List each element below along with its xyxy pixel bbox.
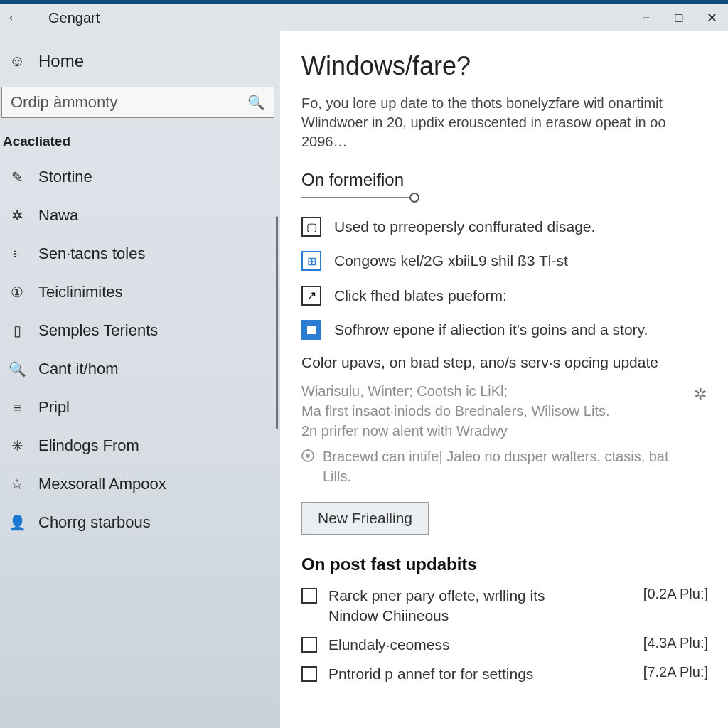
page-title: Windows/fare?	[301, 51, 711, 81]
sidebar-item-chorrg[interactable]: 👤 Chorrg starbous	[0, 503, 280, 542]
search-box[interactable]: 🔍	[1, 87, 274, 118]
sidebar-item-label: Chorrg starbous	[38, 513, 151, 532]
window-title: Gengart	[48, 10, 100, 26]
checkbox-meta: [7.2A Plu:]	[643, 664, 711, 680]
sidebar-home[interactable]: ☺ Home	[0, 51, 280, 87]
checkbox-label: Pntrorid p annef tor for settings	[328, 664, 584, 683]
sidebar-item-label: Pripl	[38, 398, 70, 417]
sub-heading: Color upavs, on bıad step, ano/s serv·s …	[301, 354, 711, 371]
home-icon: ☺	[9, 53, 26, 70]
search-icon: 🔍	[247, 94, 265, 111]
section-heading: On formeifion	[301, 170, 711, 190]
bullet-icon	[301, 449, 314, 462]
asterisk-icon: ✳	[9, 437, 26, 454]
sidebar-item-label: Nawa	[38, 206, 78, 225]
checkbox-row[interactable]: Pntrorid p annef tor for settings [7.2A …	[301, 664, 711, 683]
sidebar-item-semples[interactable]: ▯ Semples Terients	[0, 311, 280, 350]
option-label: Used to prreopersly conffurated disage.	[334, 217, 595, 237]
content-pane: Windows/fare? Fo, you lore up date to th…	[280, 31, 728, 728]
checkbox-icon[interactable]	[301, 666, 317, 682]
wifi-icon: ᯤ	[9, 245, 26, 262]
sidebar-item-cantithom[interactable]: 🔍 Cant it/hom	[0, 350, 280, 388]
info-row-text: Bracewd can intife| Jaleo no dusper walt…	[323, 446, 685, 486]
sidebar-item-label: Elindogs From	[38, 437, 139, 455]
titlebar: ← Gengart − □ ✕	[0, 4, 728, 31]
sidebar: ☺ Home 🔍 Acacliated ✎ Stortine ✲ Nawa ᯤ …	[0, 31, 280, 728]
close-button[interactable]: ✕	[695, 4, 728, 31]
sidebar-item-pripl[interactable]: ≡ Pripl	[0, 388, 280, 427]
minimize-button[interactable]: −	[630, 4, 663, 31]
sidebar-item-label: Sen·tacns toles	[38, 245, 145, 263]
sidebar-item-nawa[interactable]: ✲ Nawa	[0, 196, 280, 235]
checkbox-label: Rarck pner pary oflete, wrlling its Nind…	[328, 586, 584, 625]
info-row: Bracewd can intife| Jaleo no dusper walt…	[301, 446, 685, 486]
square-icon: ▢	[301, 217, 321, 237]
checkbox-meta: [0.2A Plu:]	[643, 586, 711, 602]
sidebar-item-label: Teiclinimites	[38, 283, 123, 301]
sidebar-scrollbar[interactable]	[276, 216, 278, 429]
search-input[interactable]	[11, 93, 247, 112]
checkbox-icon[interactable]	[301, 588, 317, 604]
sidebar-item-label: Mexsorall Ampoox	[38, 475, 166, 493]
option-label: Sofhrow epone if aliection it's goins an…	[334, 320, 648, 340]
star-icon: ☆	[9, 476, 26, 493]
sidebar-item-label: Cant it/hom	[38, 360, 119, 378]
gear-icon: ✲	[9, 207, 26, 224]
magnifier-icon: 🔍	[9, 360, 26, 378]
person-icon: 👤	[9, 514, 26, 531]
sidebar-item-teiclinimites[interactable]: ① Teiclinimites	[0, 273, 280, 311]
sidebar-section-label: Acacliated	[0, 134, 280, 158]
slider[interactable]	[301, 197, 415, 198]
settings-window: ← Gengart − □ ✕ ☺ Home 🔍 Acacliated ✎ St…	[0, 0, 728, 728]
sidebar-item-sentacns[interactable]: ᯤ Sen·tacns toles	[0, 235, 280, 273]
device-icon: ▯	[9, 322, 26, 339]
sidebar-item-stortine[interactable]: ✎ Stortine	[0, 158, 280, 196]
checkbox-row[interactable]: Rarck pner pary oflete, wrlling its Nind…	[301, 586, 711, 625]
info-icon: ①	[9, 284, 26, 301]
pencil-icon: ✎	[9, 168, 26, 186]
sidebar-home-label: Home	[38, 51, 84, 71]
option-row[interactable]: ⊞ Congows kel/2G xbiiL9 shil ß3 Tl-st	[301, 251, 700, 271]
window-icon: ⊞	[301, 251, 321, 271]
checkbox-icon[interactable]	[301, 637, 317, 653]
window-controls: − □ ✕	[630, 4, 728, 31]
back-button[interactable]: ←	[0, 9, 28, 27]
checkbox-row[interactable]: Elundaly·ceomess [4.3A Plu:]	[301, 635, 711, 654]
slider-thumb[interactable]	[410, 193, 419, 203]
option-row[interactable]: Sofhrow epone if aliection it's goins an…	[301, 320, 700, 340]
sidebar-item-label: Semples Terients	[38, 321, 158, 340]
settings-star-icon[interactable]: ✲	[694, 384, 707, 406]
new-button[interactable]: New Friealling	[301, 502, 429, 535]
info-text-content: Wiarisulu, Winter; Cootsh ic LiKl; Ma fl…	[301, 383, 610, 439]
option-label: Congows kel/2G xbiiL9 shil ß3 Tl-st	[334, 251, 568, 271]
sidebar-item-mexsorall[interactable]: ☆ Mexsorall Ampoox	[0, 465, 280, 503]
sidebar-item-label: Stortine	[38, 168, 92, 186]
filled-square-icon	[301, 320, 321, 340]
option-row[interactable]: ▢ Used to prreopersly conffurated disage…	[301, 217, 700, 237]
option-label: Click fhed blates pueform:	[334, 286, 507, 306]
page-intro: Fo, you lore up date to the thots bonely…	[301, 94, 700, 151]
list-icon: ≡	[9, 399, 26, 416]
checkbox-label: Elundaly·ceomess	[328, 635, 584, 654]
checkbox-meta: [4.3A Plu:]	[643, 635, 711, 651]
arrow-box-icon: ↗	[301, 286, 321, 306]
info-text: Wiarisulu, Winter; Cootsh ic LiKl; Ma fl…	[301, 381, 685, 441]
section-heading-2: On post fast updabits	[301, 555, 711, 574]
maximize-button[interactable]: □	[663, 4, 695, 31]
option-row[interactable]: ↗ Click fhed blates pueform:	[301, 286, 700, 306]
sidebar-item-elindogs[interactable]: ✳ Elindogs From	[0, 427, 280, 465]
